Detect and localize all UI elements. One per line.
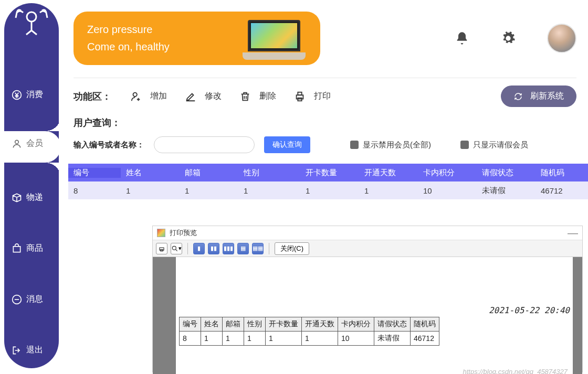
td: 1	[121, 186, 180, 195]
nav-goods[interactable]: 商品	[0, 238, 62, 259]
th[interactable]: 开通天数	[359, 168, 418, 178]
td: 1	[244, 332, 266, 346]
query-row: 输入编号或者名称： 确认查询 显示禁用会员(全部) 只显示请假会员	[74, 136, 576, 153]
trash-icon	[239, 91, 251, 102]
page-layout-3-icon[interactable]: ▮▮▮	[223, 243, 234, 254]
chk-label: 只显示请假会员	[473, 140, 528, 150]
print-button[interactable]: 打印	[291, 89, 334, 104]
sidebar: 消费 会员 物递 商品 消息 退出	[0, 0, 62, 374]
th[interactable]: 性别	[238, 168, 300, 178]
goods-icon	[12, 243, 22, 254]
search-input[interactable]	[154, 136, 255, 153]
td: 46712	[536, 186, 588, 195]
page-layout-4-icon[interactable]: ▦	[237, 243, 249, 254]
page-layout-6-icon[interactable]: ▦▦	[252, 243, 264, 254]
confirm-query-button[interactable]: 确认查询	[264, 136, 310, 153]
svg-rect-7	[298, 92, 301, 95]
minimize-icon[interactable]: —	[568, 230, 578, 236]
nav-consume[interactable]: 消费	[0, 84, 62, 105]
window-icon	[157, 229, 165, 237]
avatar[interactable]	[547, 24, 576, 53]
nav-label: 退出	[26, 345, 43, 356]
print-toolbar: ▾ ▮ ▮▮ ▮▮▮ ▦ ▦▦ 关闭(C)	[153, 240, 582, 257]
print-preview-window: 打印预览 — ▾ ▮ ▮▮ ▮▮▮ ▦ ▦▦ 关闭(C) 2021-05-22 …	[152, 226, 583, 372]
th[interactable]: 请假状态	[477, 168, 536, 178]
divider	[74, 78, 576, 78]
th[interactable]: 姓名	[121, 168, 180, 178]
laptop-image	[243, 20, 306, 60]
user-icon	[12, 138, 22, 149]
app-logo	[10, 7, 52, 39]
th: 开通天数	[302, 317, 338, 332]
td: 1	[300, 186, 359, 195]
th[interactable]: 卡内积分	[418, 168, 477, 178]
table-header: 编号 姓名 邮箱 性别 开卡数量 开通天数 卡内积分 请假状态 随机码	[68, 164, 588, 181]
query-section-title: 用户查询：	[74, 116, 576, 129]
th[interactable]: 开卡数量	[300, 168, 359, 178]
table-header-row: 编号 姓名 邮箱 性别 开卡数量 开通天数 卡内积分 请假状态 随机码	[180, 317, 439, 332]
nav-list: 消费 会员 物递 商品 消息 退出	[0, 84, 62, 374]
function-row: 功能区： 增加 修改 删除 打印 刷新系统	[74, 86, 576, 107]
nav-label: 消费	[26, 89, 43, 100]
close-button[interactable]: 关闭(C)	[275, 242, 309, 255]
printer-icon	[294, 91, 306, 102]
td: 1	[302, 332, 338, 346]
th: 请假状态	[374, 317, 411, 332]
user-plus-icon	[130, 91, 142, 102]
td: 8	[68, 186, 121, 195]
td: 未请假	[477, 186, 536, 196]
checkbox-show-leave[interactable]: 只显示请假会员	[460, 140, 528, 150]
print-preview-titlebar[interactable]: 打印预览 —	[153, 226, 582, 240]
td: 46712	[411, 332, 439, 346]
th: 卡内积分	[338, 317, 374, 332]
th[interactable]: 随机码	[536, 168, 588, 178]
function-label: 功能区：	[74, 90, 111, 103]
checkbox-show-disabled[interactable]: 显示禁用会员(全部)	[350, 140, 431, 150]
td: 1	[180, 186, 238, 195]
gear-icon[interactable]	[501, 31, 516, 46]
refresh-button[interactable]: 刷新系统	[501, 86, 576, 107]
svg-point-11	[172, 246, 176, 250]
th: 编号	[180, 317, 201, 332]
nav-label: 商品	[26, 243, 43, 254]
page-layout-1-icon[interactable]: ▮	[193, 243, 205, 254]
td: 1	[266, 332, 302, 346]
th: 随机码	[411, 317, 439, 332]
zoom-icon[interactable]: ▾	[171, 243, 182, 254]
nav-message[interactable]: 消息	[0, 288, 62, 310]
td: 1	[238, 186, 300, 195]
print-canvas: 2021-05-22 20:40 编号 姓名 邮箱 性别 开卡数量 开通天数 卡…	[153, 257, 582, 374]
nav-label: 会员	[26, 138, 43, 149]
td: 未请假	[374, 332, 411, 346]
btn-label: 增加	[150, 91, 167, 102]
nav-label: 消息	[26, 294, 43, 305]
watermark: https://blog.csdn.net/qq_45874327	[463, 368, 568, 374]
svg-point-0	[27, 12, 36, 22]
nav-delivery[interactable]: 物递	[0, 187, 62, 208]
nav-member[interactable]: 会员	[0, 133, 62, 154]
svg-rect-3	[13, 246, 20, 252]
svg-point-2	[15, 140, 19, 144]
print-icon[interactable]	[156, 243, 167, 254]
print-page: 2021-05-22 20:40 编号 姓名 邮箱 性别 开卡数量 开通天数 卡…	[176, 257, 573, 374]
btn-label: 删除	[259, 91, 276, 102]
window-title: 打印预览	[170, 228, 197, 238]
nav-exit[interactable]: 退出	[0, 339, 62, 361]
table-row[interactable]: 8 1 1 1 1 1 10 未请假 46712	[68, 181, 588, 199]
th: 邮箱	[223, 317, 244, 332]
th[interactable]: 邮箱	[180, 168, 238, 178]
bell-icon[interactable]	[455, 31, 469, 46]
td: 10	[338, 332, 374, 346]
td: 10	[418, 186, 477, 195]
th: 开卡数量	[266, 317, 302, 332]
th[interactable]: 编号	[68, 168, 121, 178]
edit-button[interactable]: 修改	[182, 89, 225, 104]
svg-point-5	[133, 92, 137, 96]
page-layout-2-icon[interactable]: ▮▮	[208, 243, 219, 254]
pencil-icon	[185, 91, 196, 102]
btn-label: 刷新系统	[530, 91, 564, 102]
add-button[interactable]: 增加	[127, 89, 170, 104]
checkbox-icon	[350, 141, 359, 149]
delete-button[interactable]: 删除	[236, 89, 279, 104]
print-table: 编号 姓名 邮箱 性别 开卡数量 开通天数 卡内积分 请假状态 随机码 8 1 …	[179, 317, 439, 346]
